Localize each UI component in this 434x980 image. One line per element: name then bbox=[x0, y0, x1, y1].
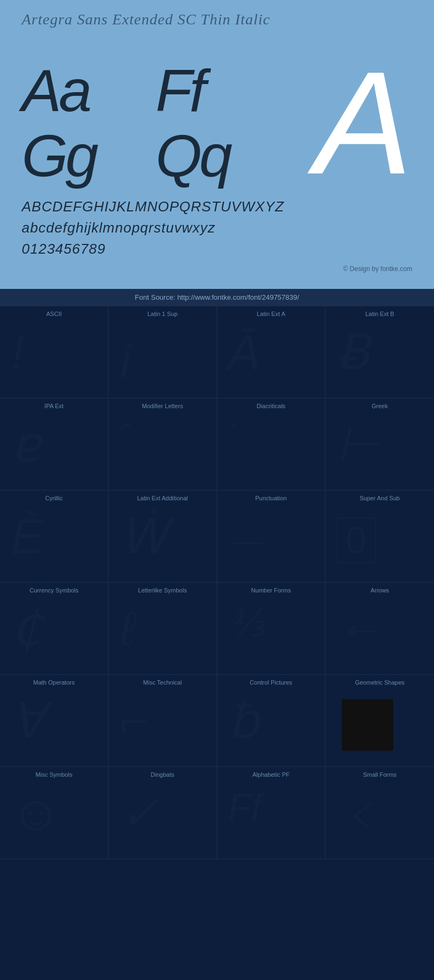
char-cell-small-forms: Small Forms﹤ bbox=[326, 767, 434, 859]
char-label: Geometric Shapes bbox=[355, 679, 404, 686]
copyright: © Design by fontke.com bbox=[22, 265, 412, 273]
alphabet-display: ABCDEFGHIJKLMNOPQRSTUVWXYZ abcdefghijklm… bbox=[22, 196, 412, 260]
char-label: Greek bbox=[372, 403, 388, 409]
char-label: Control Pictures bbox=[250, 679, 292, 686]
char-label: Punctuation bbox=[255, 495, 286, 501]
char-cell-misc-technical: Misc Technical⌐ bbox=[108, 675, 217, 767]
char-label: Latin Ext A bbox=[257, 311, 285, 317]
char-display: ! bbox=[5, 328, 24, 377]
char-cell-ascii: ASCII! bbox=[0, 306, 108, 398]
char-label: Currency Symbols bbox=[30, 587, 79, 594]
char-cell-math-operators: Math Operators∀ bbox=[0, 675, 108, 767]
char-label: Super And Sub bbox=[360, 495, 400, 501]
char-cell-cyrillic: CyrillicÈ bbox=[0, 491, 108, 583]
char-display: ﹤ bbox=[331, 789, 385, 837]
character-grid: ASCII!Latin 1 Sup¡Latin Ext AĀLatin Ext … bbox=[0, 306, 434, 859]
char-label: Number Forms bbox=[251, 587, 291, 594]
glyph-pair-aa: Aa bbox=[22, 61, 96, 120]
char-cell-arrows: Arrows← bbox=[326, 583, 434, 675]
char-display: ⅓ bbox=[222, 604, 265, 642]
char-cell-modifier-letters: Modifier Lettersˆ bbox=[108, 398, 217, 491]
char-display: ¡ bbox=[114, 328, 136, 377]
char-display: Ƀ bbox=[331, 328, 370, 377]
font-title: Artegra Sans Extended SC Thin Italic bbox=[22, 11, 412, 28]
char-display: ɐ bbox=[5, 420, 40, 469]
alphabet-lower: abcdefghijklmnopqrstuvwxyz bbox=[22, 217, 412, 238]
char-display: ` bbox=[222, 420, 239, 453]
char-label: Cyrillic bbox=[45, 495, 62, 501]
geometric-square bbox=[342, 699, 393, 751]
char-label: Misc Technical bbox=[143, 679, 182, 686]
char-cell-latin-ext-b: Latin Ext BɃ bbox=[326, 306, 434, 398]
char-display: ˆ bbox=[114, 420, 130, 453]
glyph-showcase: Aa Gg Ff Qq A bbox=[22, 44, 412, 185]
char-cell-diacriticals: Diacriticals` bbox=[217, 398, 326, 491]
char-cell-latin-1-sup: Latin 1 Sup¡ bbox=[108, 306, 217, 398]
char-cell-number-forms: Number Forms⅓ bbox=[217, 583, 326, 675]
char-label: Misc Symbols bbox=[36, 771, 73, 778]
char-display: ⊢ bbox=[331, 420, 379, 469]
char-cell-letterlike-symbols: Letterlike Symbolsℓ bbox=[108, 583, 217, 675]
char-display: ℓ bbox=[114, 604, 135, 653]
char-cell-greek: Greek⊢ bbox=[326, 398, 434, 491]
char-label: Arrows bbox=[371, 587, 389, 594]
char-display: Ā bbox=[222, 328, 260, 377]
char-label: Latin Ext B bbox=[365, 311, 394, 317]
char-label: ASCII bbox=[46, 311, 62, 317]
char-display: È bbox=[5, 512, 43, 561]
char-display: ƀ bbox=[222, 697, 259, 745]
glyph-pair-ff: Ff bbox=[156, 61, 230, 120]
char-cell-misc-symbols: Misc Symbols☺ bbox=[0, 767, 108, 859]
char-display: ∀ bbox=[5, 697, 44, 745]
char-cell-control-pictures: Control Picturesƀ bbox=[217, 675, 326, 767]
char-label: IPA Ext bbox=[44, 403, 63, 409]
char-label: Latin Ext Additional bbox=[137, 495, 188, 501]
char-display: ← bbox=[331, 604, 385, 653]
char-display: Ẇ bbox=[114, 512, 168, 561]
char-display: ☺ bbox=[5, 789, 61, 837]
large-a-display: A bbox=[315, 50, 412, 185]
font-preview-section: Artegra Sans Extended SC Thin Italic Aa … bbox=[0, 0, 434, 289]
glyph-pair-gg: Gg bbox=[22, 126, 96, 185]
char-label: Letterlike Symbols bbox=[138, 587, 187, 594]
char-cell-latin-ext-a: Latin Ext AĀ bbox=[217, 306, 326, 398]
char-cell-punctuation: Punctuation— bbox=[217, 491, 326, 583]
char-cell-dingbats: Dingbats✓ bbox=[108, 767, 217, 859]
char-cell-alphabetic-pf: Alphabetic PFFf bbox=[217, 767, 326, 859]
char-display: ⌐ bbox=[114, 697, 148, 745]
char-cell-geometric-shapes: Geometric Shapes bbox=[326, 675, 434, 767]
char-label: Dingbats bbox=[151, 771, 174, 778]
char-label: Latin 1 Sup bbox=[148, 311, 178, 317]
char-display: Ff bbox=[222, 789, 261, 827]
char-display: ✓ bbox=[114, 789, 160, 837]
char-label: Alphabetic PF bbox=[252, 771, 289, 778]
char-label: Small Forms bbox=[363, 771, 397, 778]
char-cell-currency-symbols: Currency Symbols₵ bbox=[0, 583, 108, 675]
char-label: Diacriticals bbox=[257, 403, 285, 409]
char-label: Math Operators bbox=[33, 679, 74, 686]
digits: 0123456789 bbox=[22, 238, 412, 260]
char-label: Modifier Letters bbox=[142, 403, 183, 409]
char-display: 0 bbox=[336, 518, 376, 563]
font-source-bar: Font Source: http://www.fontke.com/font/… bbox=[0, 289, 434, 306]
char-cell-latin-ext-additional: Latin Ext AdditionalẆ bbox=[108, 491, 217, 583]
char-display: ₵ bbox=[5, 604, 42, 653]
glyph-pair-qq: Qq bbox=[156, 126, 230, 185]
char-display: — bbox=[228, 526, 262, 556]
char-cell-super-and-sub: Super And Sub0 bbox=[326, 491, 434, 583]
dark-section: Font Source: http://www.fontke.com/font/… bbox=[0, 289, 434, 859]
char-cell-ipa-ext: IPA Extɐ bbox=[0, 398, 108, 491]
large-a-char: A bbox=[315, 50, 412, 196]
